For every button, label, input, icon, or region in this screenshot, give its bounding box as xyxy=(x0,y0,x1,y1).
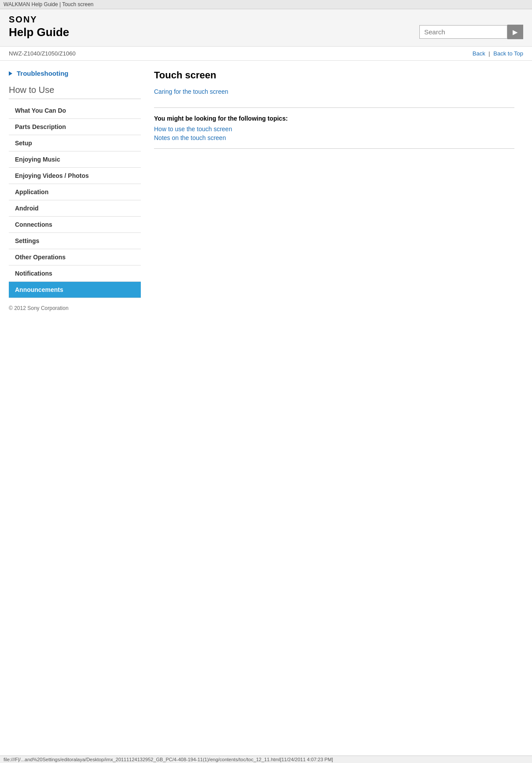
sidebar-item-enjoying-videos---photos[interactable]: Enjoying Videos / Photos xyxy=(9,168,141,184)
nav-bar: NWZ-Z1040/Z1050/Z1060 Back | Back to Top xyxy=(0,47,532,61)
related-link-1[interactable]: Notes on the touch screen xyxy=(154,134,226,141)
main-container: Troubleshooting How to Use What You Can … xyxy=(0,61,532,324)
sidebar-item-parts-description[interactable]: Parts Description xyxy=(9,119,141,135)
help-guide-title: Help Guide xyxy=(9,26,69,39)
back-to-top-link[interactable]: Back to Top xyxy=(493,50,523,57)
sidebar-item-notifications[interactable]: Notifications xyxy=(9,265,141,282)
sidebar: Troubleshooting How to Use What You Can … xyxy=(9,70,141,311)
looking-for-label: You might be looking for the following t… xyxy=(154,115,514,122)
troubleshooting-label: Troubleshooting xyxy=(17,70,69,77)
sidebar-nav-items: What You Can DoParts DescriptionSetupEnj… xyxy=(9,103,141,298)
sidebar-item-settings[interactable]: Settings xyxy=(9,233,141,249)
related-links-list: How to use the touch screenNotes on the … xyxy=(154,125,514,141)
sidebar-item-connections[interactable]: Connections xyxy=(9,217,141,233)
browser-title: WALKMAN Help Guide | Touch screen xyxy=(0,0,532,9)
search-icon: ▶ xyxy=(513,28,518,36)
troubleshooting-link[interactable]: Troubleshooting xyxy=(9,70,141,77)
sony-logo: SONY xyxy=(9,15,69,25)
search-input[interactable] xyxy=(419,25,507,39)
sidebar-item-android[interactable]: Android xyxy=(9,200,141,217)
header-branding: SONY Help Guide xyxy=(9,15,69,39)
model-number: NWZ-Z1040/Z1050/Z1060 xyxy=(9,50,76,57)
sidebar-item-enjoying-music[interactable]: Enjoying Music xyxy=(9,151,141,168)
related-link-0[interactable]: How to use the touch screen xyxy=(154,125,232,133)
sidebar-item-what-you-can-do[interactable]: What You Can Do xyxy=(9,103,141,119)
page-title: Touch screen xyxy=(154,70,514,81)
separator: | xyxy=(488,50,490,57)
sidebar-item-other-operations[interactable]: Other Operations xyxy=(9,249,141,265)
content-area: Touch screen Caring for the touch screen… xyxy=(141,70,523,311)
chevron-right-icon xyxy=(9,71,12,76)
sidebar-item-setup[interactable]: Setup xyxy=(9,135,141,151)
content-divider xyxy=(154,107,514,108)
back-link[interactable]: Back xyxy=(473,50,485,57)
search-area: ▶ xyxy=(419,25,523,39)
search-button[interactable]: ▶ xyxy=(507,25,523,39)
copyright: © 2012 Sony Corporation xyxy=(9,305,141,311)
nav-links: Back | Back to Top xyxy=(473,50,523,57)
how-to-use-title: How to Use xyxy=(9,85,141,99)
caring-link[interactable]: Caring for the touch screen xyxy=(154,88,514,95)
header: SONY Help Guide ▶ xyxy=(0,9,532,47)
sidebar-item-announcements[interactable]: Announcements xyxy=(9,282,141,298)
content-divider-2 xyxy=(154,148,514,149)
sidebar-item-application[interactable]: Application xyxy=(9,184,141,200)
